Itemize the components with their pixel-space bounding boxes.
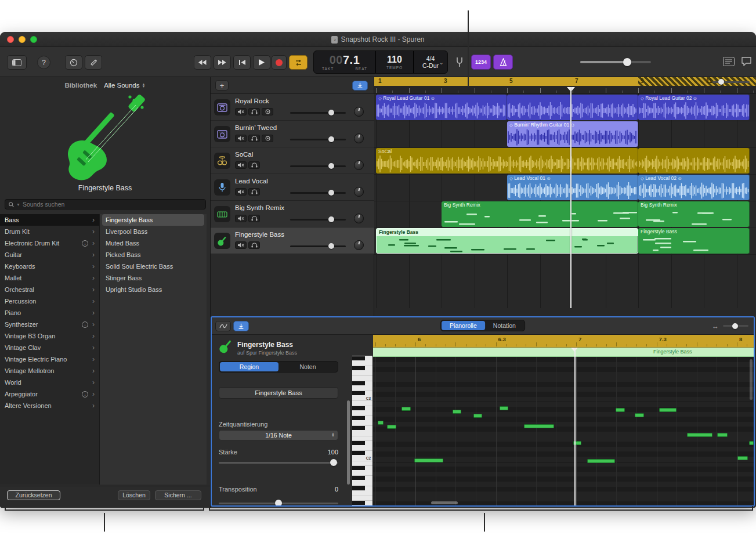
rewind-button[interactable] xyxy=(194,55,211,70)
black-key[interactable] xyxy=(352,426,365,431)
piano-keyboard[interactable]: C3C2 xyxy=(352,356,373,505)
midi-note[interactable] xyxy=(749,441,754,445)
mute-button[interactable] xyxy=(235,241,247,249)
tab-noten[interactable]: Noten xyxy=(278,362,337,371)
black-key[interactable] xyxy=(352,486,365,490)
region-royal-lead-guitar-01[interactable]: ◇ Royal Lead Guitar 01 ⊙ xyxy=(376,95,507,120)
category-item[interactable]: Guitar› xyxy=(0,249,99,261)
track-volume-slider[interactable] xyxy=(290,138,346,141)
horizontal-zoom-slider[interactable] xyxy=(712,79,750,85)
download-icon[interactable]: ↓ xyxy=(82,240,88,247)
download-icon[interactable]: ↓ xyxy=(82,321,88,328)
category-item[interactable]: Synthesizer↓› xyxy=(0,319,99,330)
midi-note[interactable] xyxy=(453,410,461,414)
track-header-amp[interactable]: Burnin’ Tweed xyxy=(211,121,374,147)
midi-note[interactable] xyxy=(616,408,625,412)
transpose-slider[interactable] xyxy=(219,500,338,507)
track-pan-knob[interactable] xyxy=(354,214,364,223)
black-key[interactable] xyxy=(352,416,365,421)
display-mode-button[interactable] xyxy=(723,57,735,68)
add-track-button[interactable]: + xyxy=(215,80,229,91)
solo-button[interactable] xyxy=(248,135,260,142)
black-key[interactable] xyxy=(352,366,365,371)
black-key[interactable] xyxy=(352,406,365,411)
editor-catch-playhead-button[interactable] xyxy=(233,321,249,331)
category-item[interactable]: Vintage Mellotron› xyxy=(0,365,99,377)
editor-region-strip[interactable]: Fingerstyle Bass xyxy=(373,348,754,357)
category-item[interactable]: Percussion› xyxy=(0,295,99,307)
patch-item[interactable]: Fingerstyle Bass xyxy=(102,214,204,226)
region-fingerstyle-bass[interactable]: Fingerstyle Bass xyxy=(376,228,638,254)
editor-vertical-scrollbar[interactable] xyxy=(750,359,753,400)
midi-draw-button[interactable] xyxy=(215,321,231,331)
midi-note[interactable] xyxy=(414,458,443,462)
solo-button[interactable] xyxy=(248,215,260,222)
category-item[interactable]: Bass› xyxy=(0,214,99,226)
midi-note[interactable] xyxy=(500,406,508,410)
smart-controls-button[interactable] xyxy=(65,55,82,70)
category-item[interactable]: Electronic Drum Kit↓› xyxy=(0,237,99,249)
save-button[interactable]: Sichern ... xyxy=(155,490,201,500)
category-item[interactable]: Arpeggiator↓› xyxy=(0,388,99,400)
category-item[interactable]: Vintage Clav› xyxy=(0,342,99,353)
help-button[interactable]: ? xyxy=(37,56,50,69)
search-input[interactable]: ▼ Sounds suchen xyxy=(5,199,206,209)
sound-filter-popup[interactable]: Alle Sounds ▲▼ xyxy=(104,82,145,89)
midi-note[interactable] xyxy=(635,413,644,417)
playhead[interactable] xyxy=(570,87,571,308)
black-key[interactable] xyxy=(352,501,365,505)
editor-ruler[interactable]: 66.377.38 xyxy=(373,335,754,348)
midi-note[interactable] xyxy=(378,421,384,425)
black-key[interactable] xyxy=(352,356,365,361)
region-big-synth-remix[interactable]: Big Synth Remix xyxy=(638,201,750,227)
category-item[interactable]: World› xyxy=(0,377,99,388)
region-loop-continuation[interactable] xyxy=(507,95,638,120)
record-button[interactable] xyxy=(272,55,287,70)
delete-button[interactable]: Löschen xyxy=(118,490,150,500)
black-key[interactable] xyxy=(352,391,365,396)
patch-item[interactable]: Liverpool Bass xyxy=(100,226,207,237)
midi-note[interactable] xyxy=(387,425,396,429)
velocity-slider[interactable] xyxy=(219,459,338,466)
track-header-amp[interactable]: Royal Rock xyxy=(211,94,374,121)
mute-button[interactable] xyxy=(235,135,247,142)
midi-note[interactable] xyxy=(473,414,482,418)
region-royal-lead-guitar-02[interactable]: ◇ Royal Lead Guitar 02 ⊙ xyxy=(638,95,750,120)
track-pan-knob[interactable] xyxy=(354,240,364,250)
midi-note[interactable] xyxy=(587,459,615,463)
track-pan-knob[interactable] xyxy=(354,107,364,117)
category-item[interactable]: Vintage Electric Piano› xyxy=(0,353,99,365)
forward-button[interactable] xyxy=(214,55,231,70)
master-volume-slider[interactable] xyxy=(580,58,651,66)
timeline-ruler[interactable]: 1357911 xyxy=(374,77,756,94)
region-name-field[interactable]: Fingerstyle Bass xyxy=(219,387,338,399)
patch-item[interactable]: Stinger Bass xyxy=(100,272,207,284)
track-volume-slider[interactable] xyxy=(290,244,346,248)
track-header-drums[interactable]: SoCal xyxy=(211,147,374,174)
inspector-scrollbar[interactable] xyxy=(347,400,350,485)
editors-button[interactable] xyxy=(85,55,102,70)
black-key[interactable] xyxy=(352,381,365,386)
cycle-region[interactable] xyxy=(374,77,638,86)
category-item[interactable]: Orchestral› xyxy=(0,284,99,295)
solo-button[interactable] xyxy=(248,188,260,196)
mute-button[interactable] xyxy=(235,188,247,196)
editor-playhead[interactable] xyxy=(574,348,576,505)
go-to-beginning-button[interactable] xyxy=(233,55,251,70)
patch-item[interactable]: Upright Studio Bass xyxy=(100,284,207,295)
note-grid[interactable] xyxy=(373,357,754,505)
track-header-mic[interactable]: Lead Vocal xyxy=(211,174,374,201)
black-key[interactable] xyxy=(352,476,365,480)
black-key[interactable] xyxy=(352,466,365,471)
black-key[interactable] xyxy=(352,451,365,456)
category-item[interactable]: Vintage B3 Organ› xyxy=(0,330,99,342)
midi-note[interactable] xyxy=(687,433,712,437)
patch-item[interactable]: Muted Bass xyxy=(100,237,207,249)
cycle-button[interactable] xyxy=(289,55,308,70)
quantize-dropdown[interactable]: 1/16 Note ▲▼ xyxy=(219,430,338,440)
region-lead-vocal-02[interactable]: ◇ Lead Vocal 02 ⊙ xyxy=(638,175,750,200)
mute-button[interactable] xyxy=(235,108,247,115)
patch-item[interactable]: Solid Soul Electric Bass xyxy=(100,261,207,272)
lcd-display[interactable]: 007.1 TAKTBEAT 110 TEMPO 4/4 C-Dur ⌄ xyxy=(313,50,448,74)
midi-note[interactable] xyxy=(717,433,728,437)
